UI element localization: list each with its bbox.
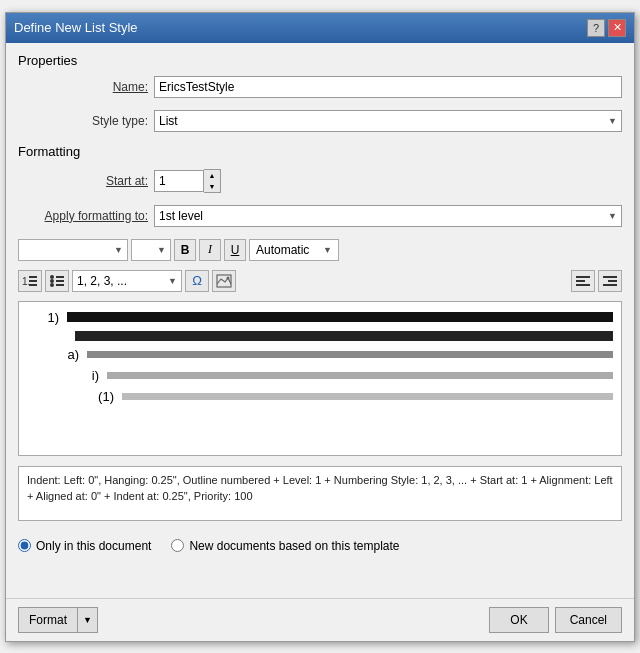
radio-new-docs-input[interactable] (171, 539, 184, 552)
preview-label-1: 1) (27, 310, 67, 325)
radio-new-docs: New documents based on this template (171, 539, 399, 553)
ok-button[interactable]: OK (489, 607, 548, 633)
svg-point-5 (50, 279, 54, 283)
svg-rect-7 (56, 276, 64, 278)
format-button-group: Format ▼ (18, 607, 98, 633)
font-dropdown[interactable]: ▼ (18, 239, 128, 261)
color-arrow: ▼ (323, 245, 332, 255)
preview-label-4: (1) (82, 389, 122, 404)
list-style-dropdown[interactable]: 1, 2, 3, ... ▼ (72, 270, 182, 292)
omega-icon: Ω (192, 273, 202, 288)
radio-new-docs-label: New documents based on this template (189, 539, 399, 553)
list-style-value: 1, 2, 3, ... (77, 274, 127, 288)
ok-cancel-group: OK Cancel (489, 607, 622, 633)
style-type-dropdown[interactable]: List ▼ (154, 110, 622, 132)
apply-formatting-value: 1st level (159, 209, 203, 223)
format-dropdown-button[interactable]: ▼ (77, 607, 98, 633)
radio-row: Only in this document New documents base… (18, 539, 622, 553)
svg-rect-2 (29, 280, 37, 282)
apply-formatting-arrow: ▼ (608, 211, 617, 221)
formatting-label: Formatting (18, 144, 622, 159)
preview-item-2: a) (27, 347, 613, 362)
title-bar: Define New List Style ? ✕ (6, 13, 634, 43)
spin-up-button[interactable]: ▲ (204, 170, 220, 181)
preview-item-1: 1) (27, 310, 613, 325)
close-button[interactable]: ✕ (608, 19, 626, 37)
bullet-list-icon (49, 274, 65, 288)
start-at-row: Start at: ▲ ▼ (18, 169, 622, 193)
radio-only-doc-label: Only in this document (36, 539, 151, 553)
cancel-button[interactable]: Cancel (555, 607, 622, 633)
style-type-value: List (159, 114, 178, 128)
style-type-row: Style type: List ▼ (18, 110, 622, 132)
preview-bar-1a (67, 312, 613, 322)
bold-button[interactable]: B (174, 239, 196, 261)
apply-formatting-dropdown[interactable]: 1st level ▼ (154, 205, 622, 227)
style-type-arrow: ▼ (608, 116, 617, 126)
preview-bar-4 (122, 393, 613, 400)
svg-rect-13 (576, 280, 585, 282)
spin-down-button[interactable]: ▼ (204, 181, 220, 192)
preview-bar-3 (107, 372, 613, 379)
italic-button[interactable]: I (199, 239, 221, 261)
preview-bar-2 (87, 351, 613, 358)
toolbar-row1: ▼ ▼ B I U Automatic ▼ (18, 239, 622, 261)
name-label: Name: (18, 80, 148, 94)
info-text: Indent: Left: 0", Hanging: 0.25", Outlin… (27, 474, 613, 503)
bottom-bar: Format ▼ OK Cancel (6, 598, 634, 641)
svg-rect-1 (29, 276, 37, 278)
align-left-button[interactable] (571, 270, 595, 292)
numbered-list-icon: 1. (22, 274, 38, 288)
preview-item-4: (1) (27, 389, 613, 404)
properties-label: Properties (18, 53, 622, 68)
svg-rect-17 (603, 284, 617, 286)
apply-formatting-row: Apply formatting to: 1st level ▼ (18, 205, 622, 227)
image-icon (216, 274, 232, 288)
radio-only-doc-input[interactable] (18, 539, 31, 552)
preview-label-2: a) (47, 347, 87, 362)
svg-rect-14 (576, 284, 590, 286)
align-left-icon (575, 274, 591, 288)
svg-point-4 (50, 275, 54, 279)
image-button[interactable] (212, 270, 236, 292)
start-at-spinner: ▲ ▼ (154, 169, 221, 193)
dialog: Define New List Style ? ✕ Properties Nam… (5, 12, 635, 642)
svg-rect-16 (608, 280, 617, 282)
preview-bar-1b (75, 331, 613, 341)
bullet-list-button[interactable] (45, 270, 69, 292)
svg-point-6 (50, 283, 54, 287)
name-row: Name: (18, 76, 622, 98)
svg-point-11 (227, 276, 230, 279)
title-bar-buttons: ? ✕ (587, 19, 626, 37)
align-right-button[interactable] (598, 270, 622, 292)
dialog-title: Define New List Style (14, 20, 138, 35)
style-type-label: Style type: (18, 114, 148, 128)
start-at-input[interactable] (154, 170, 204, 192)
underline-button[interactable]: U (224, 239, 246, 261)
format-button[interactable]: Format (18, 607, 77, 633)
start-at-label: Start at: (18, 174, 148, 188)
preview-box: 1) a) i) (1) (18, 301, 622, 456)
color-dropdown[interactable]: Automatic ▼ (249, 239, 339, 261)
preview-label-3: i) (67, 368, 107, 383)
info-box: Indent: Left: 0", Hanging: 0.25", Outlin… (18, 466, 622, 521)
align-right-icon (602, 274, 618, 288)
omega-button[interactable]: Ω (185, 270, 209, 292)
size-arrow: ▼ (157, 245, 166, 255)
list-style-arrow: ▼ (168, 276, 177, 286)
color-value: Automatic (256, 243, 309, 257)
help-button[interactable]: ? (587, 19, 605, 37)
name-input[interactable] (154, 76, 622, 98)
size-dropdown[interactable]: ▼ (131, 239, 171, 261)
spin-buttons: ▲ ▼ (204, 169, 221, 193)
numbered-list-button[interactable]: 1. (18, 270, 42, 292)
apply-formatting-label: Apply formatting to: (18, 209, 148, 223)
dialog-body: Properties Name: Style type: List ▼ Form… (6, 43, 634, 598)
svg-rect-15 (603, 276, 617, 278)
preview-item-3: i) (27, 368, 613, 383)
svg-rect-12 (576, 276, 590, 278)
radio-only-doc: Only in this document (18, 539, 151, 553)
font-arrow: ▼ (114, 245, 123, 255)
format-arrow-icon: ▼ (83, 615, 92, 625)
svg-rect-8 (56, 280, 64, 282)
